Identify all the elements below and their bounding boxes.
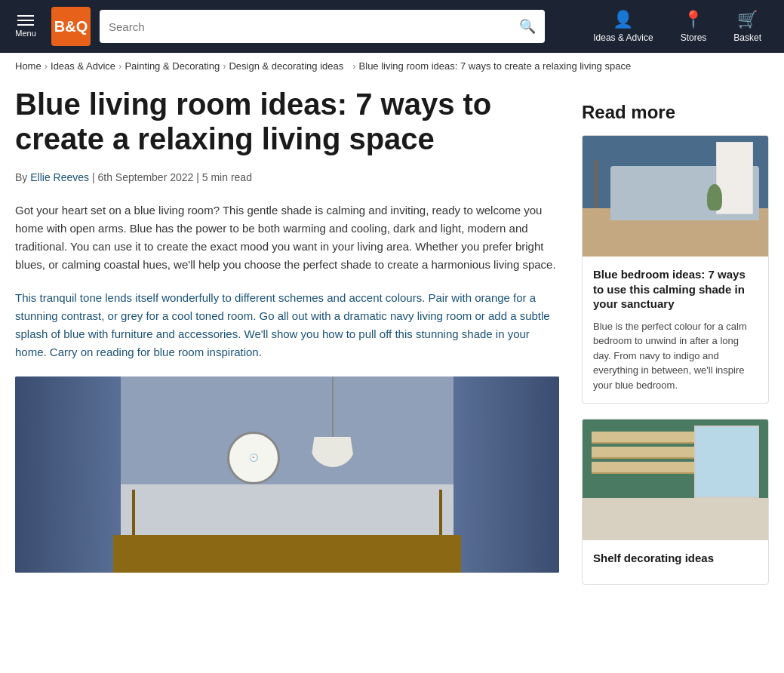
breadcrumb-painting[interactable]: Painting & Decorating bbox=[125, 60, 220, 72]
sidebar-card-shelves[interactable]: Shelf decorating ideas bbox=[582, 419, 769, 585]
lamp-cord bbox=[332, 376, 334, 437]
bq-logo[interactable]: B&Q bbox=[51, 7, 91, 46]
pendant-lamp bbox=[310, 376, 355, 467]
hamburger-icon bbox=[17, 15, 34, 26]
bedroom-door bbox=[716, 142, 753, 214]
page-content: Blue living room ideas: 7 ways to create… bbox=[0, 79, 784, 600]
bedroom-plant bbox=[707, 184, 722, 211]
wall-section bbox=[121, 376, 453, 484]
breadcrumb-home[interactable]: Home bbox=[15, 60, 42, 72]
shelf-shelves bbox=[592, 432, 693, 498]
basket-icon: 🛒 bbox=[737, 10, 758, 29]
breadcrumb-current: Blue living room ideas: 7 ways to create… bbox=[359, 60, 632, 72]
search-bar: 🔍 bbox=[100, 10, 545, 43]
ideas-icon: 👤 bbox=[613, 10, 633, 29]
article-meta: By Ellie Reeves | 6th September 2022 | 5… bbox=[15, 171, 559, 183]
author-link[interactable]: Ellie Reeves bbox=[30, 171, 89, 183]
hero-image: 🕙 bbox=[15, 376, 559, 573]
shelf-floor bbox=[583, 498, 768, 540]
nav-item-ideas[interactable]: 👤 Ideas & Advice bbox=[580, 4, 666, 49]
shelf-row-1 bbox=[592, 432, 693, 444]
nav-stores-label: Stores bbox=[681, 32, 707, 43]
menu-label: Menu bbox=[15, 29, 36, 38]
search-input[interactable] bbox=[109, 20, 519, 33]
nav-item-stores[interactable]: 📍 Stores bbox=[667, 4, 721, 49]
console-table bbox=[113, 535, 461, 573]
leg-left bbox=[132, 490, 135, 535]
nav-ideas-label: Ideas & Advice bbox=[593, 32, 653, 43]
read-time: 5 min read bbox=[202, 171, 252, 183]
nav-item-basket[interactable]: 🛒 Basket bbox=[720, 4, 775, 49]
stores-icon: 📍 bbox=[683, 10, 703, 29]
hero-image-inner: 🕙 bbox=[15, 376, 559, 573]
article-title: Blue living room ideas: 7 ways to create… bbox=[15, 87, 559, 156]
shelf-img bbox=[583, 419, 768, 540]
article-main: Blue living room ideas: 7 ways to create… bbox=[15, 79, 582, 600]
article-body: Got your heart set on a blue living room… bbox=[15, 201, 559, 361]
card-image-bedroom bbox=[583, 136, 768, 257]
breadcrumb-design[interactable]: Design & decorating ideas bbox=[229, 60, 343, 72]
by-label: By bbox=[15, 171, 30, 183]
time-sep: | bbox=[196, 171, 202, 183]
nav-basket-label: Basket bbox=[733, 32, 761, 43]
clock: 🕙 bbox=[227, 432, 280, 484]
breadcrumb-ideas[interactable]: Ideas & Advice bbox=[51, 60, 115, 72]
breadcrumb-sep-4: › bbox=[352, 60, 355, 72]
navbar: Menu B&Q 🔍 👤 Ideas & Advice 📍 Stores 🛒 B… bbox=[0, 0, 784, 53]
breadcrumb: Home › Ideas & Advice › Painting & Decor… bbox=[0, 53, 784, 79]
menu-button[interactable]: Menu bbox=[9, 15, 42, 38]
search-button[interactable]: 🔍 bbox=[519, 18, 536, 35]
article-para-1: Got your heart set on a blue living room… bbox=[15, 201, 559, 274]
sidebar-title: Read more bbox=[582, 102, 769, 123]
sidebar-card-bedroom[interactable]: Blue bedroom ideas: 7 ways to use this c… bbox=[582, 135, 769, 404]
bedroom-lamp bbox=[594, 160, 598, 208]
breadcrumb-sep-3: › bbox=[223, 60, 226, 72]
shelf-row-2 bbox=[592, 447, 693, 459]
article-date: 6th September 2022 bbox=[97, 171, 193, 183]
nav-right: 👤 Ideas & Advice 📍 Stores 🛒 Basket bbox=[580, 4, 775, 49]
card-desc-bedroom: Blue is the perfect colour for a calm be… bbox=[593, 319, 758, 393]
lamp-shade bbox=[310, 437, 355, 467]
window-right bbox=[694, 426, 759, 498]
card-body-bedroom: Blue bedroom ideas: 7 ways to use this c… bbox=[583, 257, 768, 403]
curtain-right bbox=[453, 376, 559, 573]
article-para-2: This tranquil tone lends itself wonderfu… bbox=[15, 289, 559, 361]
card-body-shelves: Shelf decorating ideas bbox=[583, 540, 768, 584]
leg-right bbox=[439, 490, 442, 535]
card-title-bedroom: Blue bedroom ideas: 7 ways to use this c… bbox=[593, 267, 758, 312]
sidebar: Read more Blue bedroom ideas: 7 ways to … bbox=[582, 79, 769, 600]
console-legs bbox=[117, 490, 457, 535]
bedroom-img bbox=[583, 136, 768, 257]
breadcrumb-sep-2: › bbox=[118, 60, 121, 72]
shelf-row-3 bbox=[592, 462, 693, 474]
curtain-left bbox=[15, 376, 121, 573]
breadcrumb-sep-1: › bbox=[45, 60, 48, 72]
card-title-shelves: Shelf decorating ideas bbox=[593, 551, 758, 566]
card-image-shelves bbox=[583, 419, 768, 540]
